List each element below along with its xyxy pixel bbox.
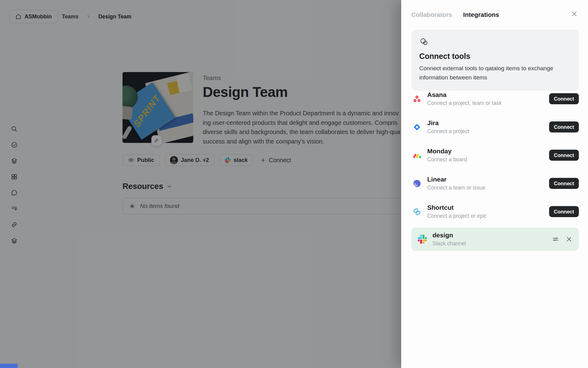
integrations-panel: Collaborators Integrations Connect tools…	[401, 0, 588, 368]
connect-shortcut-button[interactable]: Connect	[549, 206, 579, 217]
tab-integrations[interactable]: Integrations	[463, 11, 499, 18]
integration-row-shortcut: Shortcut Connect a project or epic Conne…	[411, 202, 579, 221]
connect-monday-button[interactable]: Connect	[549, 150, 579, 161]
sliders-icon[interactable]	[552, 236, 559, 243]
integration-list: Asana Connect a project, team or task Co…	[411, 89, 579, 221]
integration-row-linear: Linear Connect a team or issue Connect	[411, 174, 579, 193]
tab-collaborators[interactable]: Collaborators	[411, 11, 452, 18]
slack-icon	[417, 234, 428, 245]
close-icon[interactable]	[570, 10, 578, 18]
link-circles-icon	[419, 37, 429, 47]
linear-icon	[411, 178, 422, 189]
monday-icon	[411, 150, 422, 161]
corner-strip	[0, 364, 18, 368]
channel-name: design	[432, 232, 466, 239]
integration-row-asana: Asana Connect a project, team or task Co…	[411, 89, 579, 108]
jira-icon	[411, 121, 422, 132]
connect-linear-button[interactable]: Connect	[549, 178, 579, 189]
card-title: Connect tools	[419, 52, 571, 61]
connect-asana-button[interactable]: Connect	[549, 93, 579, 104]
shortcut-icon	[411, 206, 422, 217]
connect-tools-card: Connect tools Connect external tools to …	[411, 30, 579, 91]
connect-jira-button[interactable]: Connect	[549, 121, 579, 132]
asana-icon	[411, 93, 422, 104]
channel-type: Slack channel	[432, 240, 466, 247]
integration-row-jira: Jira Connect a project Connect	[411, 117, 579, 136]
remove-icon[interactable]	[565, 236, 573, 243]
connected-slack-channel-row[interactable]: design Slack channel	[411, 228, 579, 251]
card-description: Connect external tools to qatalog items …	[419, 64, 574, 82]
panel-tabs: Collaborators Integrations	[411, 11, 499, 18]
integration-row-monday: Monday Connect a board Connect	[411, 146, 579, 165]
